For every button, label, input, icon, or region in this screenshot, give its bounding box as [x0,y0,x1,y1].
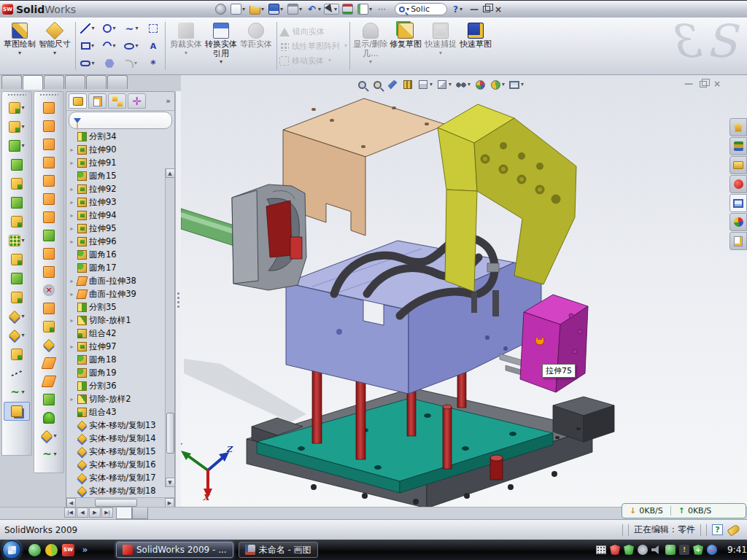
thicken-icon[interactable]: ▾ [36,299,62,317]
instant3d-icon[interactable]: ▾ [4,212,30,231]
extruded-surface-icon[interactable]: ▾ [36,135,62,153]
taskbar-button-solidworks[interactable]: SolidWorks 2009 - ... [116,542,233,558]
linear-pattern-icon[interactable]: ▾ [4,231,30,250]
draft-analysis-icon[interactable]: ▾ [36,390,62,408]
print-icon[interactable]: ▾ [286,3,303,15]
quick-launch-chevron[interactable]: » [79,544,91,556]
expand-arrow-icon[interactable]: ▸ [69,317,75,324]
move-entities-button[interactable]: 移动实体▾ [279,55,347,67]
tree-item[interactable]: ▸ 拉伸92 [69,182,174,195]
first-tab-button[interactable]: |◀ [64,508,76,518]
panel-splitter[interactable] [175,91,181,508]
file-explorer-tab-icon[interactable] [729,156,747,174]
overflow-icon[interactable]: ⋯▾ [375,3,389,15]
rebuild-icon[interactable]: ▾ [341,3,355,15]
panel-overflow-chevron[interactable]: » [166,96,172,106]
quick-launch-suite-icon[interactable] [45,544,58,556]
dimxpert-manager-tab[interactable]: ✛ [128,93,146,109]
tree-item[interactable]: ▸ 拉伸90 [69,143,174,156]
help-dropdown-icon[interactable]: ▾ [460,7,462,12]
tree-item[interactable]: ▸ 圆角16 [69,248,174,261]
slot-tool-icon[interactable]: ▾ [77,55,98,72]
tree-item[interactable]: ▸ 曲面-拉伸38 [69,274,174,287]
custom-properties-tab-icon[interactable] [729,232,747,250]
selection-region-icon[interactable]: ▾ [142,20,164,37]
last-tab-button[interactable]: ▶| [101,508,113,518]
toolbar-grip[interactable] [7,93,26,96]
trim-entities-button[interactable]: 剪裁实体▾ [169,20,204,72]
revolved-boss-icon[interactable]: ▾ [4,117,30,136]
point-tool-icon[interactable]: *▾ [142,55,164,72]
boundary-boss-icon[interactable]: ▾ [4,174,30,193]
revolved-surface-icon[interactable]: ▾ [36,117,62,135]
circle-tool-icon[interactable]: ▾ [98,20,120,37]
tree-item[interactable]: ▸ 曲面-拉伸39 [69,287,174,300]
annotation-visibility-icon[interactable]: ▾ [402,79,414,90]
shut-off-surface-icon[interactable]: ▾ [36,372,62,390]
tree-item[interactable]: ▸ 拉伸93 [69,195,174,209]
tree-item[interactable]: ▸ 实体-移动/复制18 [69,484,174,497]
wrap-icon[interactable]: ▾ [36,171,62,190]
lofted-boss-icon[interactable]: ▾ [4,155,30,174]
scrollbar-thumb[interactable] [95,499,137,507]
tree-item[interactable]: ▸ 拉伸96 [69,235,174,248]
top-clamp-plate[interactable] [283,98,446,236]
swept-boss-icon[interactable]: ▾ [4,136,30,155]
split-line-icon[interactable]: ▾ [36,226,62,244]
tree-item[interactable]: ▸ 拉伸97 [69,340,174,353]
insert-mold-part-icon[interactable]: ▾ [36,427,62,445]
tree-item[interactable]: ▸ 圆角15 [69,169,174,182]
apply-scene-icon[interactable]: ▾ [489,79,505,90]
tree-item[interactable]: ▸ 圆角18 [69,353,174,366]
menu-item[interactable] [129,1,145,18]
zoom-area-icon[interactable]: ▾ [371,79,383,90]
expand-arrow-icon[interactable]: ▸ [69,343,75,350]
deform-icon[interactable]: ▾ [36,190,62,208]
rapid-sketch-button[interactable]: 快速草图▾ [458,20,493,72]
minimize-button[interactable]: — [470,5,479,14]
dome-icon[interactable]: ▾ [36,408,62,427]
restore-button[interactable] [483,6,490,12]
view-palette-tab-icon[interactable] [729,194,747,212]
tree-item[interactable]: ▸ 分割35 [69,300,174,314]
network-alert-icon[interactable]: ! [679,545,689,555]
display-delete-relations-button[interactable]: 显示/删除几...▾ [353,20,388,72]
tree-item[interactable]: ▸ 圆角19 [69,366,174,379]
mold-curves-icon[interactable]: ~▾ [36,445,62,463]
tree-item[interactable]: ▸ 分割36 [69,379,174,392]
expand-arrow-icon[interactable]: ▸ [69,199,75,206]
tree-item[interactable]: ▸ 拉伸95 [69,222,174,235]
view-settings-icon[interactable]: ▾ [508,79,524,90]
search-results-tab-icon[interactable] [729,175,747,193]
hide-show-items-icon[interactable]: ▾ [455,79,471,90]
draft-feature-icon[interactable]: ▾ [4,269,30,288]
expand-arrow-icon[interactable]: ▸ [69,396,75,402]
tree-item[interactable]: ▸ 组合42 [69,327,174,340]
tree-item[interactable]: ▸ 切除-放样2 [69,392,174,405]
repair-sketch-button[interactable]: 修复草图▾ [388,20,423,72]
design-library-tab-icon[interactable] [729,137,747,155]
tab-mold-tools[interactable] [65,75,85,89]
start-button[interactable] [2,540,21,559]
viewport-3d-model[interactable] [181,75,747,507]
input-keyboard-icon[interactable] [596,545,606,555]
measure-icon[interactable]: ▾ [4,402,30,421]
sketch-text-icon[interactable]: A▾ [142,37,164,55]
next-tab-button[interactable]: ▶ [89,508,101,518]
reference-geometry-icon[interactable]: ▾ [4,364,30,383]
rib-icon[interactable]: ▾ [4,250,30,269]
doc-restore-button[interactable] [700,81,707,88]
expand-arrow-icon[interactable]: ▸ [69,225,75,232]
guard-shield-icon[interactable] [624,545,634,555]
tree-item[interactable]: ▸ 实体-移动/复制17 [69,471,174,484]
expand-arrow-icon[interactable]: ▸ [69,238,75,245]
tab-dimxpert[interactable] [107,75,128,89]
prev-tab-button[interactable]: ◀ [77,508,88,518]
sketch-button[interactable]: 草图绘制▾ [2,20,37,72]
extruded-boss-icon[interactable]: ▾ [4,98,30,117]
quick-snaps-button[interactable]: 快速捕捉▾ [423,20,458,72]
tab-evaluate[interactable] [86,75,107,89]
tree-item[interactable]: ▸ 拉伸94 [69,209,174,222]
tree-vertical-scrollbar[interactable]: ▲ ▼ [165,168,174,487]
offset-entities-button[interactable]: 等距实体▾ [239,20,274,72]
